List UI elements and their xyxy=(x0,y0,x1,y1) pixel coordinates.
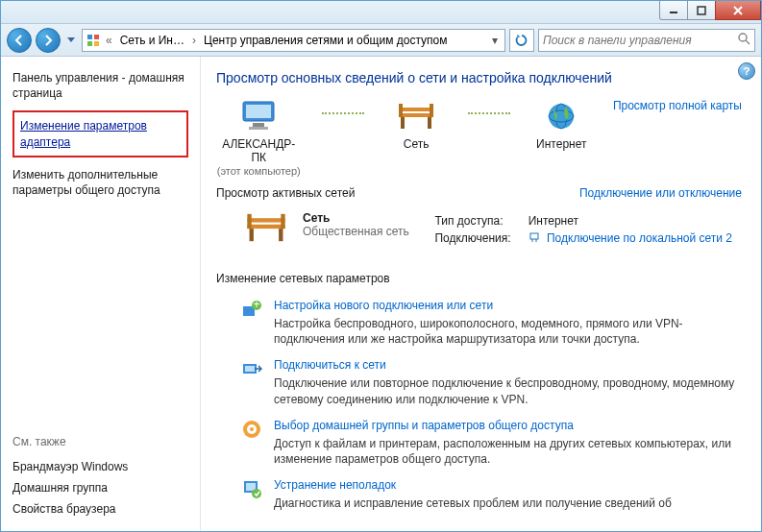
active-network-name: Сеть xyxy=(303,211,409,225)
task-troubleshoot-link[interactable]: Устранение неполадок xyxy=(274,478,672,492)
svg-point-39 xyxy=(250,427,254,431)
task-new-connection-desc: Настройка беспроводного, широкополосного… xyxy=(274,316,742,347)
window-titlebar xyxy=(1,1,761,24)
map-internet-label: Интернет xyxy=(531,137,592,151)
access-type-value: Интернет xyxy=(521,213,740,229)
map-connection-line-2 xyxy=(468,112,510,132)
svg-rect-26 xyxy=(279,229,283,241)
network-center-icon xyxy=(85,32,102,49)
breadcrumb-segment-1[interactable]: Сеть и Ин… xyxy=(116,34,188,47)
task-homegroup-desc: Доступ к файлам и принтерам, расположенн… xyxy=(274,436,742,467)
sidebar-adapter-label: Изменение параметров адаптера xyxy=(20,119,147,148)
task-new-connection-link[interactable]: Настройка нового подключения или сети xyxy=(274,299,742,312)
task-connect-link[interactable]: Подключиться к сети xyxy=(274,358,742,372)
breadcrumb[interactable]: « Сеть и Ин… › Центр управления сетями и… xyxy=(82,29,505,52)
svg-rect-7 xyxy=(94,41,99,46)
connections-label: Подключения: xyxy=(427,230,518,247)
map-pc-label: АЛЕКСАНДР-ПК xyxy=(216,137,301,165)
minimize-button[interactable] xyxy=(659,1,688,20)
svg-rect-29 xyxy=(530,233,538,239)
active-network-row: Сеть Общественная сеть Тип доступа: Инте… xyxy=(216,207,742,262)
bench-icon xyxy=(385,99,446,133)
svg-rect-16 xyxy=(401,117,405,129)
svg-rect-5 xyxy=(94,35,99,39)
map-internet: Интернет xyxy=(531,99,592,151)
connect-icon xyxy=(241,358,262,379)
task-connect-desc: Подключение или повторное подключение к … xyxy=(274,375,742,406)
svg-rect-19 xyxy=(430,104,433,117)
sidebar-sharing-settings-link[interactable]: Изменить дополнительные параметры общего… xyxy=(12,167,188,198)
map-network: Сеть xyxy=(385,99,446,151)
map-pc-sublabel: (этот компьютер) xyxy=(216,165,301,177)
change-settings-heading: Изменение сетевых параметров xyxy=(216,272,742,285)
svg-rect-36 xyxy=(245,366,255,372)
svg-rect-28 xyxy=(281,214,284,229)
computer-icon xyxy=(216,99,301,133)
breadcrumb-dropdown-icon[interactable]: ▾ xyxy=(487,34,503,47)
bench-icon xyxy=(243,211,289,244)
chevron-right-icon: › xyxy=(190,34,198,47)
svg-point-20 xyxy=(549,104,574,129)
sidebar: Панель управления - домашняя страница Из… xyxy=(1,57,201,532)
breadcrumb-segment-2[interactable]: Центр управления сетями и общим доступом xyxy=(200,34,485,47)
ethernet-icon xyxy=(528,231,540,246)
svg-rect-13 xyxy=(249,127,268,130)
svg-text:+: + xyxy=(253,299,259,311)
connection-link[interactable]: Подключение по локальной сети 2 xyxy=(547,231,732,245)
svg-point-8 xyxy=(739,34,747,41)
search-icon xyxy=(737,32,750,48)
network-map: АЛЕКСАНДР-ПК (этот компьютер) Сеть Интер… xyxy=(216,99,742,177)
svg-rect-18 xyxy=(399,104,403,117)
svg-rect-23 xyxy=(247,218,284,222)
page-title: Просмотр основных сведений о сети и наст… xyxy=(216,70,742,85)
new-connection-icon: + xyxy=(241,299,262,320)
search-box[interactable] xyxy=(538,29,755,52)
svg-rect-27 xyxy=(247,214,251,229)
active-network-details: Тип доступа: Интернет Подключения: Подкл… xyxy=(425,211,742,249)
task-homegroup-link[interactable]: Выбор домашней группы и параметров общег… xyxy=(274,419,742,432)
back-button[interactable] xyxy=(7,28,32,53)
active-network-type: Общественная сеть xyxy=(303,225,409,238)
refresh-button[interactable] xyxy=(509,29,534,52)
task-troubleshoot: Устранение неполадок Диагностика и испра… xyxy=(216,472,742,517)
svg-rect-17 xyxy=(428,117,431,129)
svg-rect-12 xyxy=(253,123,264,127)
see-also-firewall[interactable]: Брандмауэр Windows xyxy=(12,456,188,477)
help-button[interactable]: ? xyxy=(738,62,755,80)
sidebar-adapter-settings-link[interactable]: Изменение параметров адаптера xyxy=(12,110,188,157)
view-full-map-link[interactable]: Просмотр полной карты xyxy=(613,99,742,112)
svg-rect-1 xyxy=(698,7,705,14)
active-networks-heading: Просмотр активных сетей xyxy=(216,186,355,200)
svg-line-9 xyxy=(746,40,750,44)
search-input[interactable] xyxy=(543,34,733,47)
svg-rect-25 xyxy=(250,229,254,241)
connect-disconnect-link[interactable]: Подключение или отключение xyxy=(579,186,742,200)
address-bar-row: « Сеть и Ин… › Центр управления сетями и… xyxy=(1,24,761,57)
see-also-heading: См. также xyxy=(12,435,188,448)
see-also-browser[interactable]: Свойства браузера xyxy=(12,498,188,520)
see-also-homegroup[interactable]: Домашняя группа xyxy=(12,477,188,498)
task-troubleshoot-desc: Диагностика и исправление сетевых пробле… xyxy=(274,496,672,511)
task-new-connection: + Настройка нового подключения или сети … xyxy=(216,293,742,352)
task-connect: Подключиться к сети Подключение или повт… xyxy=(216,352,742,412)
svg-rect-4 xyxy=(87,35,92,39)
globe-icon xyxy=(531,99,592,133)
homegroup-icon xyxy=(241,419,262,440)
map-network-label: Сеть xyxy=(385,137,446,151)
svg-rect-11 xyxy=(246,105,271,118)
maximize-button[interactable] xyxy=(687,1,716,20)
close-button[interactable] xyxy=(715,1,761,20)
forward-button[interactable] xyxy=(36,28,61,53)
svg-rect-6 xyxy=(87,41,92,46)
history-dropdown-icon[interactable] xyxy=(64,31,78,50)
svg-rect-14 xyxy=(399,108,433,111)
sidebar-home-link[interactable]: Панель управления - домашняя страница xyxy=(12,70,188,101)
content-body: Панель управления - домашняя страница Из… xyxy=(1,57,761,532)
main-panel: ? Просмотр основных сведений о сети и на… xyxy=(201,57,761,532)
task-homegroup: Выбор домашней группы и параметров общег… xyxy=(216,413,742,472)
access-type-label: Тип доступа: xyxy=(427,213,518,229)
svg-rect-24 xyxy=(247,225,284,229)
breadcrumb-separator: « xyxy=(104,34,114,47)
svg-point-42 xyxy=(252,489,261,498)
map-connection-line xyxy=(322,112,364,132)
